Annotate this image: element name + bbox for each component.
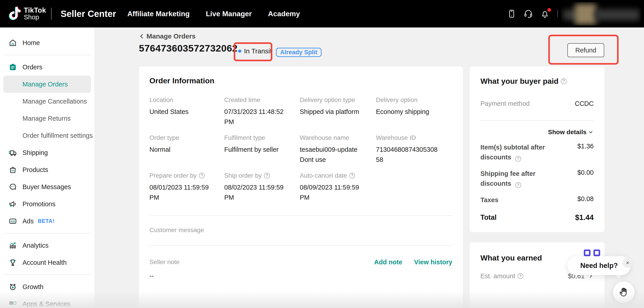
field-delivery-option-type: Delivery option type Shipped via platfor…	[300, 96, 376, 127]
add-note-link[interactable]: Add note	[374, 258, 402, 266]
refund-button[interactable]: Refund	[568, 43, 604, 57]
header-actions	[506, 2, 642, 26]
seller-center-page: TikTok Shop Seller Center Affiliate Mark…	[0, 0, 644, 308]
help-hand-button[interactable]	[613, 281, 634, 303]
field-fulfilment-type: Fulfilment type Fulfilment by seller	[224, 134, 300, 165]
sidebar-item-manage-returns[interactable]: Manage Returns	[0, 110, 94, 127]
logo-divider	[51, 8, 52, 20]
divider	[150, 245, 452, 246]
total-label: Total	[480, 213, 496, 222]
help-icon[interactable]: ?	[199, 173, 205, 179]
sidebar-item-analytics[interactable]: Analytics	[0, 237, 94, 254]
purple-square-icon	[584, 249, 590, 256]
tiktok-shop-logo[interactable]: TikTok Shop	[9, 6, 46, 22]
sidebar-item-buyer-messages[interactable]: Buyer Messages	[0, 178, 94, 195]
sidebar-item-growth[interactable]: Growth	[0, 278, 94, 295]
buyer-paid-card: What your buyer paid ? Payment method CC…	[470, 66, 604, 232]
growth-medal-icon	[8, 282, 18, 291]
field-delivery-option: Delivery option Economy shipping	[376, 96, 452, 127]
field-empty	[376, 172, 452, 203]
header-divider	[557, 10, 558, 17]
apps-services-icon	[8, 299, 18, 308]
help-icon[interactable]: ?	[515, 156, 521, 162]
close-icon[interactable]: ×	[622, 258, 633, 268]
home-icon	[8, 38, 18, 48]
divider	[480, 120, 594, 121]
seller-note-value: --	[150, 272, 452, 280]
account-health-trophy-icon	[8, 258, 18, 267]
help-icon[interactable]: ?	[515, 182, 521, 188]
logo-wordmark: TikTok Shop	[24, 7, 46, 21]
field-prepare-order-by: Prepare order by? 08/01/2023 11:59:59 PM	[150, 172, 224, 203]
help-icon[interactable]: ?	[518, 273, 523, 279]
payment-method-row: Payment method CCDC	[480, 100, 594, 107]
nav-academy[interactable]: Academy	[268, 10, 300, 18]
sidebar-item-manage-cancellations[interactable]: Manage Cancellations	[0, 93, 94, 110]
help-icon[interactable]: ?	[264, 173, 270, 179]
products-bag-icon	[8, 165, 18, 175]
top-header: TikTok Shop Seller Center Affiliate Mark…	[0, 0, 644, 28]
status-dot-icon	[238, 50, 241, 53]
view-history-link[interactable]: View history	[414, 258, 452, 266]
sidebar-item-apps-services[interactable]: Apps & Services	[0, 295, 94, 308]
sidebar-divider	[3, 55, 91, 55]
account-menu-redacted[interactable]	[561, 2, 641, 26]
field-warehouse-name: Warehouse name tesaebui009-update Dont u…	[300, 134, 376, 165]
field-created-time: Created time 07/31/2023 11:48:52 PM	[224, 96, 300, 127]
tiktok-note-icon	[9, 6, 22, 22]
support-headset-icon[interactable]	[523, 9, 534, 19]
notification-badge	[548, 8, 551, 12]
chevron-left-icon	[138, 33, 145, 40]
extension-overlay-icon[interactable]	[584, 249, 600, 256]
order-information-title: Order Information	[150, 66, 452, 85]
orders-icon	[8, 62, 18, 72]
earned-card: What you earned Est. amount? $0.61	[470, 242, 604, 308]
sidebar-item-products[interactable]: Products	[0, 161, 94, 178]
mobile-app-icon[interactable]	[506, 9, 517, 19]
help-icon[interactable]: ?	[349, 173, 355, 179]
sidebar-item-promotions[interactable]: Promotions	[0, 195, 94, 213]
nav-seller-center[interactable]: Seller Center	[61, 9, 116, 19]
nav-affiliate-marketing[interactable]: Affiliate Marketing	[128, 10, 190, 18]
messages-chat-icon	[8, 182, 18, 192]
sidebar-item-manage-orders[interactable]: Manage Orders	[3, 76, 91, 93]
promotions-megaphone-icon	[8, 199, 18, 209]
need-help-bubble[interactable]: Need help?	[568, 256, 631, 275]
sidebar-item-shipping[interactable]: Shipping	[0, 144, 94, 161]
sidebar-nav: Home Orders Manage Orders Manage Cancell…	[0, 28, 94, 308]
est-amount-label: Est. amount	[480, 272, 515, 280]
svg-text:AD: AD	[10, 220, 15, 223]
sidebar-item-home[interactable]: Home	[0, 34, 94, 51]
blurred-account-name	[594, 9, 640, 21]
payment-method-label: Payment method	[480, 100, 530, 107]
payment-method-value: CCDC	[575, 100, 594, 107]
main-content: Manage Orders 576473603572732062 In Tran…	[94, 28, 644, 308]
sidebar-item-ads[interactable]: AD Ads BETA!	[0, 213, 94, 230]
sidebar-divider	[3, 274, 91, 275]
notifications-bell-icon[interactable]	[540, 9, 550, 19]
field-auto-cancel-date: Auto-cancel date? 08/09/2023 11:59:59 PM	[300, 172, 376, 203]
sidebar-item-orders[interactable]: Orders	[0, 59, 94, 76]
order-information-card: Order Information Location United States…	[139, 66, 463, 308]
field-location: Location United States	[150, 96, 224, 127]
sidebar-item-account-health[interactable]: Account Health	[0, 254, 94, 271]
order-fields-grid: Location United States Created time 07/3…	[150, 96, 452, 210]
seller-note-row: Seller note Add note View history	[150, 258, 452, 266]
show-details-toggle[interactable]: Show details	[480, 128, 594, 136]
subtotal-row: Item(s) subtotal after discounts ? $1.36	[480, 142, 594, 162]
seller-note-label: Seller note	[150, 258, 180, 266]
sidebar-item-order-fulfillment-settings[interactable]: Order fulfillment settings	[0, 127, 94, 144]
buyer-paid-title: What your buyer paid	[480, 77, 558, 86]
divider	[150, 215, 452, 216]
total-value: $1.44	[575, 213, 594, 222]
breadcrumb-back[interactable]: Manage Orders	[138, 32, 196, 40]
purple-square-icon	[594, 249, 600, 256]
customer-message-label: Customer message	[150, 227, 452, 234]
nav-live-manager[interactable]: Live Manager	[206, 10, 252, 18]
help-icon[interactable]: ?	[561, 78, 567, 84]
total-row: Total $1.44	[480, 213, 594, 222]
sidebar-divider	[3, 233, 91, 233]
order-status: In Transit	[238, 47, 272, 55]
main-nav: Seller Center Affiliate Marketing Live M…	[61, 9, 316, 19]
field-ship-order-by: Ship order by? 08/02/2023 11:59:59 PM	[224, 172, 300, 203]
